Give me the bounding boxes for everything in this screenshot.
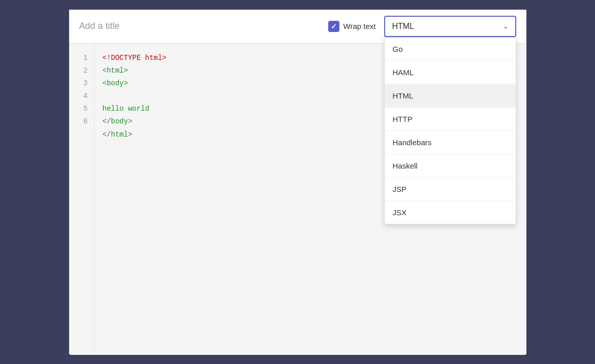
dropdown-item[interactable]: Handlebars (385, 131, 516, 154)
dropdown-item[interactable]: JSX (385, 201, 516, 224)
wrap-text-area: ✓ Wrap text (328, 21, 376, 32)
line-number: 1 (75, 52, 88, 64)
line-number: 2 (75, 64, 88, 77)
language-selected-label: HTML (392, 22, 415, 31)
dropdown-item[interactable]: HTTP (385, 108, 516, 131)
line-number: 3 (75, 77, 88, 90)
line-numbers: 123456 (69, 44, 95, 354)
main-container: ✓ Wrap text HTML ⌄ GoHAMLHTMLHTTPHandleb… (69, 10, 526, 355)
language-select-button[interactable]: HTML ⌄ (384, 16, 516, 37)
line-number: 6 (75, 115, 88, 128)
dropdown-item[interactable]: JSP (385, 178, 516, 201)
title-input[interactable] (79, 21, 320, 31)
dropdown-item[interactable]: HTML (385, 84, 516, 108)
wrap-text-checkbox[interactable]: ✓ (328, 21, 339, 32)
wrap-text-label: Wrap text (343, 22, 376, 30)
dropdown-item[interactable]: HAML (385, 61, 516, 84)
language-dropdown-menu: GoHAMLHTMLHTTPHandlebarsHaskellJSPJSX (384, 37, 516, 224)
chevron-down-icon: ⌄ (503, 23, 508, 30)
line-number: 4 (75, 90, 88, 103)
header: ✓ Wrap text HTML ⌄ GoHAMLHTMLHTTPHandleb… (69, 10, 526, 44)
dropdown-item[interactable]: Haskell (385, 154, 516, 178)
dropdown-item[interactable]: Go (385, 38, 516, 61)
language-dropdown: HTML ⌄ GoHAMLHTMLHTTPHandlebarsHaskellJS… (384, 16, 516, 37)
checkmark-icon: ✓ (331, 22, 337, 30)
line-number: 5 (75, 103, 88, 115)
